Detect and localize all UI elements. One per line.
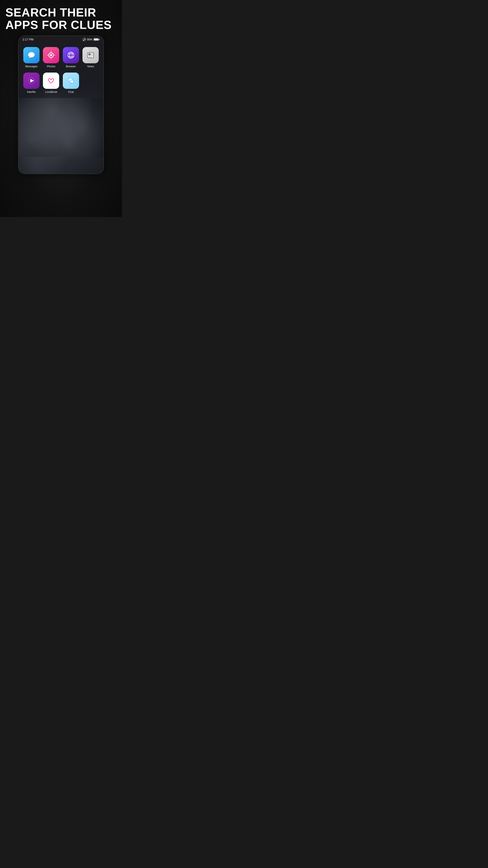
svg-point-0 bbox=[28, 52, 35, 57]
news-label: News bbox=[87, 65, 94, 68]
battery-percent: 90% bbox=[87, 38, 92, 41]
app-interflix[interactable]: Interflix bbox=[23, 72, 40, 94]
battery-icon bbox=[94, 38, 99, 41]
photos-icon bbox=[43, 47, 59, 63]
apps-grid-row2: Interflix LoveBook bbox=[19, 72, 103, 98]
time-display: 2:17 PM bbox=[23, 38, 33, 41]
app-news[interactable]: News bbox=[82, 47, 100, 68]
apps-grid-row1: Messages Photos bbox=[19, 42, 103, 72]
svg-point-9 bbox=[70, 52, 72, 58]
svg-rect-13 bbox=[89, 54, 91, 56]
app-photos[interactable]: Photos bbox=[42, 47, 60, 68]
chat-icon bbox=[63, 72, 79, 89]
status-bar: 2:17 PM 90% bbox=[19, 36, 103, 42]
svg-point-8 bbox=[68, 52, 74, 58]
headline: SEARCH THEIR APPS FOR CLUES bbox=[0, 0, 122, 35]
app-lovebook[interactable]: LoveBook bbox=[42, 72, 60, 94]
app-browser[interactable]: Browser bbox=[62, 47, 80, 68]
headline-line2: APPS FOR CLUES bbox=[5, 18, 112, 31]
messages-label: Messages bbox=[25, 65, 37, 68]
messages-icon bbox=[23, 47, 39, 63]
smoke-lower bbox=[19, 98, 103, 157]
svg-point-3 bbox=[50, 54, 52, 56]
lovebook-icon bbox=[43, 72, 59, 89]
lovebook-label: LoveBook bbox=[45, 90, 57, 94]
app-messages[interactable]: Messages bbox=[23, 47, 40, 68]
no-disturb-icon bbox=[83, 38, 86, 41]
empty-cell bbox=[82, 72, 100, 94]
browser-icon bbox=[63, 47, 79, 63]
browser-label: Browser bbox=[66, 65, 76, 68]
interflix-label: Interflix bbox=[27, 90, 36, 94]
svg-point-26 bbox=[71, 80, 71, 81]
app-chat[interactable]: Chat bbox=[62, 72, 80, 94]
headline-line1: SEARCH THEIR bbox=[5, 6, 96, 19]
svg-marker-20 bbox=[30, 79, 34, 83]
status-right: 90% bbox=[83, 38, 99, 41]
news-icon bbox=[83, 47, 99, 63]
chat-label: Chat bbox=[68, 90, 74, 94]
interflix-icon bbox=[23, 72, 39, 89]
phone-frame: 2:17 PM 90% Messages bbox=[18, 35, 104, 174]
photos-label: Photos bbox=[47, 65, 55, 68]
phone-screen: Messages Photos bbox=[19, 42, 103, 174]
svg-point-24 bbox=[70, 80, 70, 81]
svg-point-25 bbox=[70, 80, 71, 81]
svg-marker-1 bbox=[29, 57, 31, 58]
